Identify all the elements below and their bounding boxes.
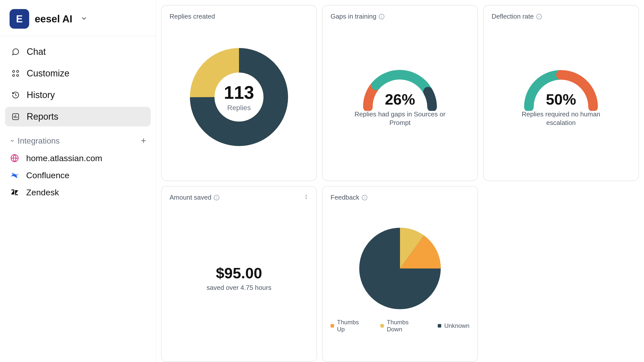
- card-title: Replies created: [170, 13, 308, 20]
- svg-point-14: [306, 198, 307, 199]
- integration-label: Zendesk: [26, 188, 59, 197]
- nav-label: Chat: [27, 47, 46, 57]
- card-amount-saved: Amount saved i $95.00 saved over 4.75 ho…: [161, 186, 317, 362]
- reports-icon: [11, 112, 20, 121]
- svg-point-1: [17, 70, 19, 72]
- globe-icon: [10, 153, 20, 163]
- card-deflection-rate: Deflection rate i 50% Replies required n…: [483, 5, 639, 181]
- svg-point-13: [306, 196, 307, 197]
- zendesk-icon: [10, 187, 20, 197]
- deflection-gauge-chart: 50% Replies required no human escalation: [512, 67, 610, 127]
- feedback-legend: Thumbs Up Thumbs Down Unknown: [331, 319, 469, 333]
- sidebar: E eesel AI Chat Customize History: [0, 0, 156, 362]
- legend-thumbs-down: Thumbs Down: [380, 319, 425, 333]
- brand-switcher[interactable]: E eesel AI: [0, 5, 156, 36]
- info-icon[interactable]: i: [362, 195, 367, 200]
- sidebar-item-reports[interactable]: Reports: [5, 107, 151, 126]
- nav-label: History: [27, 90, 55, 100]
- replies-sub: Replies: [227, 104, 251, 112]
- integrations-header[interactable]: Integrations +: [0, 128, 156, 150]
- history-icon: [11, 90, 20, 100]
- card-title: Deflection rate i: [492, 13, 630, 20]
- info-icon[interactable]: i: [536, 14, 542, 19]
- nav: Chat Customize History Reports: [0, 42, 156, 126]
- deflection-value: 50%: [512, 91, 610, 108]
- gaps-sub: Replies had gaps in Sources or Prompt: [351, 110, 449, 127]
- deflection-sub: Replies required no human escalation: [512, 110, 610, 127]
- card-title: Amount saved i: [170, 194, 308, 201]
- feedback-pie-chart: [355, 223, 445, 314]
- legend-unknown: Unknown: [438, 322, 469, 329]
- gaps-value: 26%: [351, 91, 449, 108]
- card-gaps-in-training: Gaps in training i 26% Replies had gaps …: [322, 5, 478, 181]
- main-content: Replies created 113 Replies Gaps in trai…: [156, 0, 644, 362]
- integration-zendesk[interactable]: Zendesk: [0, 184, 156, 201]
- confluence-icon: [10, 170, 20, 180]
- svg-point-0: [13, 70, 15, 72]
- svg-point-3: [17, 74, 19, 76]
- legend-thumbs-up: Thumbs Up: [331, 319, 368, 333]
- card-title: Gaps in training i: [331, 13, 469, 20]
- integration-confluence[interactable]: Confluence: [0, 167, 156, 184]
- replies-value: 113: [224, 82, 254, 103]
- svg-point-12: [306, 195, 307, 196]
- integration-atlassian[interactable]: home.atlassian.com: [0, 150, 156, 167]
- nav-label: Customize: [27, 68, 69, 79]
- sidebar-item-chat[interactable]: Chat: [5, 42, 151, 62]
- replies-donut-chart: 113 Replies: [190, 48, 288, 146]
- chevron-down-icon: [10, 136, 15, 146]
- sidebar-item-customize[interactable]: Customize: [5, 64, 151, 83]
- card-title: Feedback i: [331, 194, 469, 201]
- integrations-label: Integrations: [18, 136, 60, 146]
- card-feedback: Feedback i Thumbs Up Thumbs Down: [322, 186, 478, 362]
- svg-point-2: [13, 74, 15, 76]
- customize-icon: [11, 69, 20, 78]
- chat-icon: [11, 47, 20, 56]
- card-menu-button[interactable]: [303, 194, 309, 201]
- info-icon[interactable]: i: [379, 14, 384, 19]
- card-replies-created: Replies created 113 Replies: [161, 5, 317, 181]
- brand-logo: E: [10, 9, 29, 29]
- chevron-down-icon: [80, 15, 88, 23]
- brand-title: eesel AI: [35, 13, 72, 25]
- amount-sub: saved over 4.75 hours: [207, 284, 271, 292]
- add-integration-button[interactable]: +: [141, 135, 146, 146]
- integration-label: home.atlassian.com: [26, 153, 102, 163]
- nav-label: Reports: [27, 111, 58, 122]
- integration-label: Confluence: [26, 170, 69, 180]
- info-icon[interactable]: i: [214, 195, 219, 200]
- sidebar-item-history[interactable]: History: [5, 85, 151, 105]
- amount-value: $95.00: [207, 264, 271, 282]
- gaps-gauge-chart: 26% Replies had gaps in Sources or Promp…: [351, 67, 449, 127]
